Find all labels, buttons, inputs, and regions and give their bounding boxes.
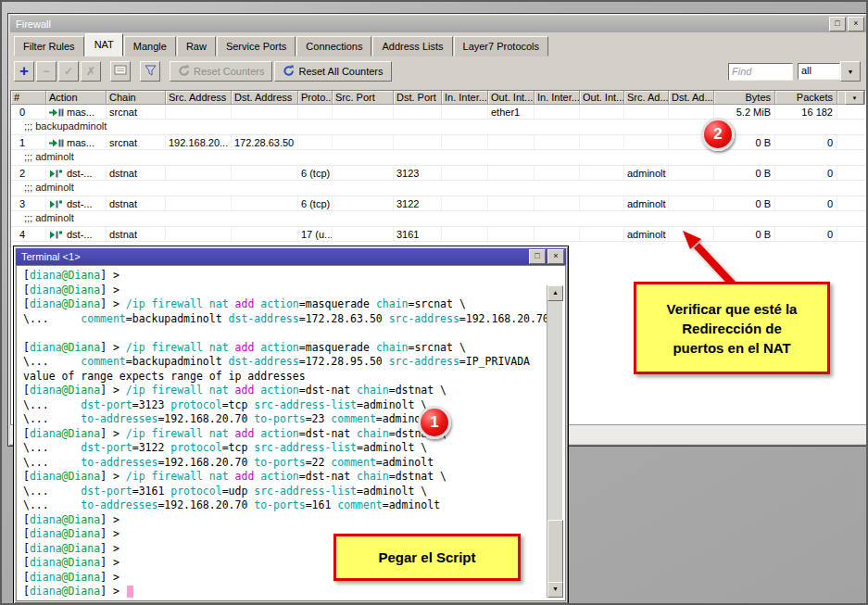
scrollbar-thumb[interactable] [547,520,563,583]
tab-filter-rules[interactable]: Filter Rules [14,36,84,57]
cell-out-int [488,196,535,210]
cell-out-int [580,227,624,241]
tab-nat[interactable]: NAT [85,33,123,57]
cell-dst-ad [669,166,714,180]
table-row[interactable]: 3dst-...dstnat6 (tcp)3122adminolt0 B0 [11,196,865,211]
tab-bar: Filter RulesNATMangleRawService PortsCon… [14,35,862,57]
window-controls: □ × [527,249,566,264]
cell-action: dst-... [46,196,107,210]
disable-button[interactable]: ✗ [81,61,101,82]
terminal-line: \... to-addresses=192.168.20.70 to-ports… [23,498,565,513]
column-header-packets[interactable]: Packets [775,91,837,105]
maximize-icon[interactable]: □ [829,17,846,32]
column-header-out-int[interactable]: Out. Int... [488,91,535,105]
firewall-titlebar[interactable]: Firewall □ × [10,16,866,32]
scroll-down-icon[interactable]: ▼ [547,582,563,598]
column-header-dst-ad[interactable]: Dst. Ad... [669,91,714,105]
terminal-titlebar[interactable]: Terminal <1> □ × [16,248,566,265]
table-row[interactable]: 4dst-...dstnat17 (u...3161adminolt0 B0 [11,227,865,242]
column-header-in-inter[interactable]: In. Inter... [535,91,580,105]
table-row[interactable]: 2dst-...dstnat6 (tcp)3123adminolt0 B0 [11,166,865,181]
column-header-dst-port[interactable]: Dst. Port [394,91,442,105]
column-header-proto[interactable]: Proto... [298,91,333,105]
tab-service-ports[interactable]: Service Ports [217,36,296,57]
cell-packets: 0 [775,166,837,180]
cell-action: mas... [46,135,107,149]
cell-src-ad: adminolt [624,196,669,210]
cell-dst-address [232,196,298,210]
reset-all-counters-icon [283,65,295,78]
cell-src-port [333,166,394,180]
scroll-up-icon[interactable]: ▲ [547,285,563,301]
tab-layer7-protocols[interactable]: Layer7 Protocols [454,36,549,57]
column-header-chain[interactable]: Chain [107,91,166,105]
column-header-out-int[interactable]: Out. Int... [580,91,624,105]
terminal-window-title: Terminal <1> [21,251,81,262]
column-header-src-port[interactable]: Src. Port [333,91,394,105]
cell-packets: 0 [775,135,837,149]
cell-action: dst-... [46,166,107,180]
cell-src-address [166,196,232,210]
tab-connections[interactable]: Connections [296,36,371,57]
add-button[interactable]: + [14,61,34,82]
cell-dst-address [232,105,298,119]
column-header-src-address[interactable]: Src. Address [166,91,232,105]
find-input[interactable] [728,63,793,81]
reset-all-counters-button[interactable]: Reset All Counters [274,61,391,82]
close-icon[interactable]: × [848,17,864,32]
terminal-line: [diana@Diana] > /ip firewall nat add act… [23,427,565,442]
maximize-icon[interactable]: □ [529,249,546,264]
tab-mangle[interactable]: Mangle [124,36,176,57]
cell-src-ad [624,105,669,119]
table-header-row: #ActionChainSrc. AddressDst. AddressProt… [11,91,865,105]
cell-in-inter [535,166,580,180]
cell-dst-address [232,227,298,241]
close-icon[interactable]: × [547,249,564,264]
terminal-line: [diana@Diana] > /ip firewall nat add act… [23,341,565,356]
cell-bytes: 0 B [714,227,775,241]
cell-src-port [333,135,394,149]
callout-script: Pegar el Script [333,534,521,581]
terminal-line [23,326,565,341]
comment-row[interactable]: ;;; adminolt [11,150,865,166]
column-picker-button[interactable]: ▼ [845,91,864,105]
comment-row[interactable]: ;;; adminolt [11,181,865,196]
annotation-badge-1: 1 [418,406,451,439]
table-row[interactable]: 1mas...srcnat192.168.20...172.28.63.500 … [11,135,865,150]
cell-action: mas... [46,105,107,119]
reset-counters-button[interactable]: Reset Counters [170,61,272,82]
cell-out-int [580,135,624,149]
table-row[interactable]: 0mas...srcnatether15.2 MiB16 182 [11,105,865,120]
cell-: 0 [11,105,46,119]
comment-button[interactable] [110,61,131,82]
cell-: 1 [11,135,46,149]
cell-src-port [333,227,394,241]
comment-row[interactable]: ;;; backupadminolt [11,120,865,135]
annotation-badge-2: 2 [701,118,735,151]
filter-select[interactable]: all [798,63,840,80]
terminal-scrollbar[interactable]: ▲ ▼ [547,285,562,598]
terminal-line: [diana@Diana] > [23,269,565,284]
column-header-action[interactable]: Action [46,91,107,105]
column-header-src-ad[interactable]: Src. Ad... [624,91,669,105]
cell-packets: 0 [775,196,837,210]
comment-row[interactable]: ;;; adminolt [11,211,865,227]
terminal-line: \... comment=backupadminolt dst-address=… [23,312,565,327]
comment-icon [114,65,127,78]
tab-address-lists[interactable]: Address Lists [372,36,452,57]
cell-chain: srcnat [107,105,166,119]
column-header-dst-address[interactable]: Dst. Address [232,91,298,105]
filter-select-arrow[interactable]: ▼ [840,61,861,82]
column-header-bytes[interactable]: Bytes [714,91,775,105]
remove-button[interactable]: − [36,61,57,82]
toolbar: + − ✓ ✗ Reset Counters Reset All Counter… [14,60,862,82]
column-header-col0[interactable]: # [11,91,46,105]
enable-button[interactable]: ✓ [58,61,79,82]
filter-button[interactable] [140,61,160,82]
cell-packets: 0 [775,227,837,241]
cell-in-inter [442,166,488,180]
terminal-line: \... dst-port=3123 protocol=tcp src-addr… [23,398,565,413]
tab-raw[interactable]: Raw [177,36,216,57]
column-header-in-inter[interactable]: In. Inter... [442,91,488,105]
cell-src-ad: adminolt [624,166,669,180]
